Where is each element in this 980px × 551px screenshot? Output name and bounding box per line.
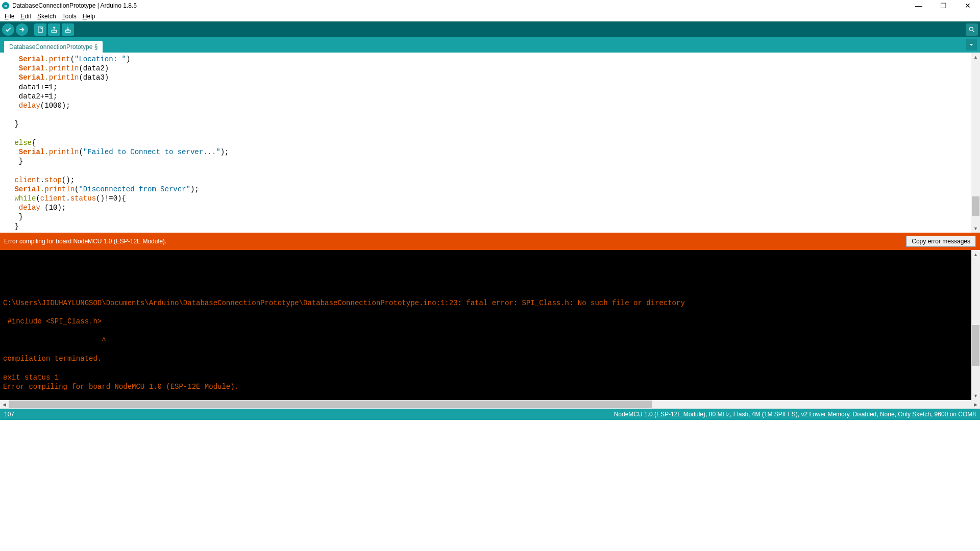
copy-error-button[interactable]: Copy error messages bbox=[906, 236, 976, 247]
svg-rect-1 bbox=[52, 30, 56, 32]
console-vertical-scrollbar[interactable]: ▲ ▼ bbox=[971, 250, 980, 400]
verify-button[interactable] bbox=[2, 23, 14, 36]
maximize-button[interactable]: ☐ bbox=[937, 2, 949, 10]
search-icon bbox=[968, 26, 975, 33]
svg-rect-0 bbox=[38, 27, 42, 32]
board-info: NodeMCU 1.0 (ESP-12E Module), 80 MHz, Fl… bbox=[614, 411, 976, 418]
menu-file[interactable]: File bbox=[2, 12, 17, 20]
arrow-up-icon bbox=[51, 26, 58, 33]
console-horizontal-scrollbar[interactable]: ◀ ▶ bbox=[0, 400, 980, 409]
scroll-left-icon[interactable]: ◀ bbox=[0, 402, 9, 407]
footer-bar: 107 NodeMCU 1.0 (ESP-12E Module), 80 MHz… bbox=[0, 409, 980, 420]
scroll-up-icon[interactable]: ▲ bbox=[971, 250, 980, 259]
editor-vertical-scrollbar[interactable]: ▲ ▼ bbox=[971, 53, 980, 233]
title-bar: ∞ DatabaseConnectionPrototype | Arduino … bbox=[0, 0, 980, 11]
scroll-right-icon[interactable]: ▶ bbox=[971, 402, 980, 407]
chevron-down-icon bbox=[969, 42, 974, 47]
toolbar bbox=[0, 21, 980, 37]
arrow-down-icon bbox=[64, 26, 71, 33]
arrow-right-icon bbox=[18, 26, 26, 33]
menu-sketch[interactable]: Sketch bbox=[35, 12, 59, 20]
scroll-thumb[interactable] bbox=[972, 325, 979, 366]
save-sketch-button[interactable] bbox=[62, 23, 74, 36]
new-sketch-button[interactable] bbox=[34, 23, 46, 36]
file-icon bbox=[37, 26, 44, 33]
scroll-down-icon[interactable]: ▼ bbox=[971, 224, 980, 233]
menu-help[interactable]: Help bbox=[80, 12, 98, 20]
svg-point-3 bbox=[969, 27, 973, 31]
menu-edit[interactable]: Edit bbox=[18, 12, 34, 20]
close-button[interactable]: ✕ bbox=[962, 2, 974, 10]
window-title: DatabaseConnectionPrototype | Arduino 1.… bbox=[12, 2, 137, 9]
upload-button[interactable] bbox=[16, 23, 28, 36]
scroll-down-icon[interactable]: ▼ bbox=[971, 391, 980, 400]
check-icon bbox=[5, 26, 12, 33]
output-console[interactable]: C:\Users\JIDUHAYLUNGSOD\Documents\Arduin… bbox=[0, 250, 980, 400]
menu-tools[interactable]: Tools bbox=[60, 12, 79, 20]
menu-bar: File Edit Sketch Tools Help bbox=[0, 11, 980, 21]
serial-monitor-button[interactable] bbox=[966, 23, 978, 36]
scroll-up-icon[interactable]: ▲ bbox=[971, 53, 980, 61]
compile-status-bar: Error compiling for board NodeMCU 1.0 (E… bbox=[0, 233, 980, 250]
tab-sketch[interactable]: DatabaseConnectionPrototype § bbox=[4, 41, 103, 53]
code-editor[interactable]: Serial.print("Location: ") Serial.printl… bbox=[0, 53, 980, 233]
status-message: Error compiling for board NodeMCU 1.0 (E… bbox=[4, 238, 166, 245]
scroll-thumb[interactable] bbox=[9, 400, 652, 408]
line-number: 107 bbox=[4, 411, 14, 418]
scroll-thumb[interactable] bbox=[972, 196, 979, 216]
app-icon: ∞ bbox=[2, 2, 9, 9]
open-sketch-button[interactable] bbox=[48, 23, 60, 36]
tab-menu-button[interactable] bbox=[966, 39, 977, 51]
minimize-button[interactable]: — bbox=[913, 2, 925, 10]
tab-bar: DatabaseConnectionPrototype § bbox=[0, 37, 980, 53]
